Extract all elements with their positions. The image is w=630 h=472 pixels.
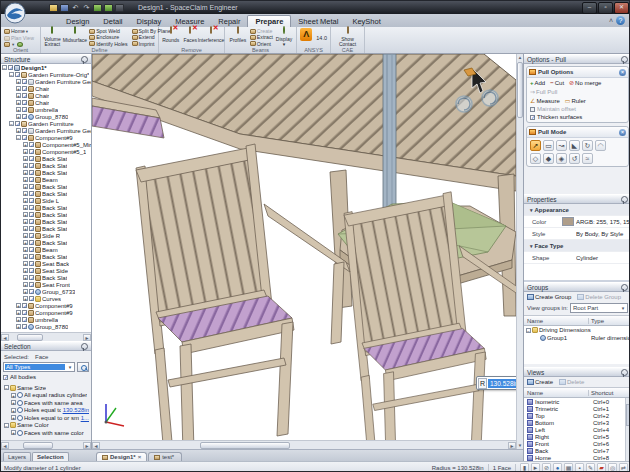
tree-item[interactable]: Chair — [1, 92, 91, 99]
expand-toggle-icon[interactable] — [11, 393, 16, 398]
qat-icon[interactable] — [49, 4, 58, 12]
scroll-thumb[interactable] — [200, 442, 290, 449]
remove-button[interactable]: Rounds — [162, 28, 180, 47]
expand-toggle-icon[interactable] — [23, 170, 28, 175]
visibility-checkbox[interactable] — [22, 107, 27, 112]
collapse-icon[interactable]: × — [619, 69, 626, 76]
tree-item[interactable]: Back Slat — [1, 162, 91, 169]
visibility-checkbox[interactable] — [22, 303, 27, 308]
tree-item[interactable]: Back Slat — [1, 211, 91, 218]
tree-item[interactable]: Side L — [1, 197, 91, 204]
all-bodies-checkbox-row[interactable]: All bodies — [3, 372, 89, 382]
selection-tree-item[interactable]: Faces with same color — [3, 429, 89, 437]
expand-toggle-icon[interactable] — [11, 400, 16, 405]
property-row[interactable]: Face Type — [524, 240, 630, 252]
expand-toggle-icon[interactable] — [16, 93, 21, 98]
tree-item[interactable]: Component#9 — [1, 309, 91, 316]
group-row[interactable]: Group1 Ruler dimension — [524, 334, 630, 342]
close-tab-icon[interactable]: × — [138, 454, 142, 460]
tree-item[interactable]: Curves — [1, 295, 91, 302]
expand-toggle-icon[interactable] — [4, 385, 9, 390]
maintain-offset-checkbox[interactable] — [530, 107, 535, 112]
tree-item[interactable]: Back Slat — [1, 183, 91, 190]
view-row[interactable]: Front Ctrl+6 — [524, 440, 630, 447]
property-row[interactable]: Shape Cylinder — [524, 252, 630, 264]
pin-icon[interactable] — [621, 196, 628, 203]
expand-toggle-icon[interactable] — [23, 177, 28, 182]
visibility-checkbox[interactable] — [29, 177, 34, 182]
maintain-offset-option[interactable]: Maintain offset — [530, 106, 576, 112]
tree-item[interactable]: Group_8780 — [1, 113, 91, 120]
add-option[interactable]: +Add — [530, 80, 545, 86]
define-large-button[interactable]: Midsurface — [63, 28, 87, 47]
ribbon-tab[interactable]: Sheet Metal — [291, 16, 345, 27]
expand-toggle-icon[interactable] — [23, 247, 28, 252]
thicken-surfaces-checkbox[interactable] — [530, 115, 535, 120]
qat-icon[interactable]: ↷ — [82, 4, 91, 12]
tree-item[interactable]: Back Slat — [1, 253, 91, 260]
ribbon-tab[interactable]: Display — [130, 16, 169, 27]
document-tab[interactable]: test* — [148, 452, 182, 461]
expand-toggle-icon[interactable] — [16, 317, 21, 322]
property-row[interactable]: Color ARGB: 255, 175, 158, 1... — [524, 216, 630, 228]
remove-button[interactable]: Faces — [182, 28, 200, 47]
status-icon[interactable]: ⇄ — [619, 463, 628, 472]
expand-toggle-icon[interactable] — [16, 310, 21, 315]
expand-toggle-icon[interactable] — [16, 79, 21, 84]
delete-view-button[interactable]: Delete — [559, 379, 584, 385]
pin-icon[interactable] — [621, 56, 628, 63]
visibility-checkbox[interactable] — [29, 289, 34, 294]
expand-toggle-icon[interactable] — [16, 324, 21, 329]
pull-mode-button[interactable]: ▭ — [543, 140, 554, 151]
expand-toggle-icon[interactable] — [23, 289, 28, 294]
status-icon[interactable]: ✎ — [586, 463, 595, 472]
pull-mode-button[interactable]: ◣ — [569, 140, 580, 151]
qat-icon[interactable]: ↶ — [71, 4, 80, 12]
expand-toggle-icon[interactable] — [23, 275, 28, 280]
view-row[interactable]: Left Ctrl+4 — [524, 426, 630, 433]
tree-item[interactable]: Group_8780 — [1, 323, 91, 330]
help-icon[interactable]: ? — [616, 16, 625, 25]
ribbon-tab[interactable]: Detail — [96, 16, 129, 27]
status-icon[interactable]: ◎ — [608, 463, 617, 472]
pin-icon[interactable] — [621, 369, 628, 376]
view-row[interactable]: Trimetric Ctrl+1 — [524, 405, 630, 412]
scroll-right-icon[interactable]: ► — [83, 442, 91, 449]
expand-toggle-icon[interactable] — [16, 128, 21, 133]
visibility-checkbox[interactable] — [22, 128, 27, 133]
visibility-checkbox[interactable] — [22, 324, 27, 329]
scroll-left-icon[interactable]: ◄ — [1, 334, 9, 341]
expand-toggle-icon[interactable] — [23, 163, 28, 168]
pull-mode-button[interactable]: ◇ — [530, 153, 541, 164]
visibility-checkbox[interactable] — [29, 156, 34, 161]
property-value[interactable]: By Body, By Style — [576, 231, 630, 237]
expand-toggle-icon[interactable] — [23, 156, 28, 161]
expand-toggle-icon[interactable] — [526, 328, 531, 333]
visibility-checkbox[interactable] — [22, 317, 27, 322]
collapse-icon[interactable]: × — [619, 129, 626, 136]
viewport-vscrollbar[interactable]: ▲ ▼ — [516, 54, 523, 449]
expand-toggle-icon[interactable] — [23, 219, 28, 224]
thicken-surfaces-option[interactable]: Thicken surfaces — [530, 114, 582, 120]
expand-toggle-icon[interactable] — [23, 296, 28, 301]
ansys-logo-icon[interactable]: Λ — [300, 28, 312, 41]
structure-hscrollbar[interactable]: ◄ ► — [1, 332, 91, 341]
views-vscrollbar[interactable] — [625, 398, 630, 461]
expand-toggle-icon[interactable] — [9, 72, 14, 77]
property-value[interactable]: ARGB: 255, 175, 158, 1... — [576, 219, 630, 225]
visibility-checkbox[interactable] — [22, 100, 27, 105]
ribbon-tab[interactable]: Design — [59, 16, 96, 27]
expand-toggle-icon[interactable] — [23, 254, 28, 259]
tree-item[interactable]: Garden Furniture Geome — [1, 78, 91, 85]
tree-item[interactable]: Back Slat — [1, 274, 91, 281]
pin-icon[interactable] — [81, 343, 88, 350]
chevron-down-icon[interactable]: ▾ — [66, 364, 74, 370]
selection-filter-combobox[interactable]: All Types ▾ — [3, 362, 75, 372]
cut-option[interactable]: −Cut — [550, 80, 564, 86]
create-group-button[interactable]: Create Group — [527, 294, 571, 300]
tree-item[interactable]: Chair — [1, 85, 91, 92]
value-link[interactable]: 1... — [81, 415, 89, 421]
plan-view-button[interactable]: Plan View — [4, 35, 37, 41]
selection-tree-item[interactable]: Faces with same area — [3, 399, 89, 407]
no-merge-option[interactable]: ⊘No merge — [569, 79, 601, 86]
